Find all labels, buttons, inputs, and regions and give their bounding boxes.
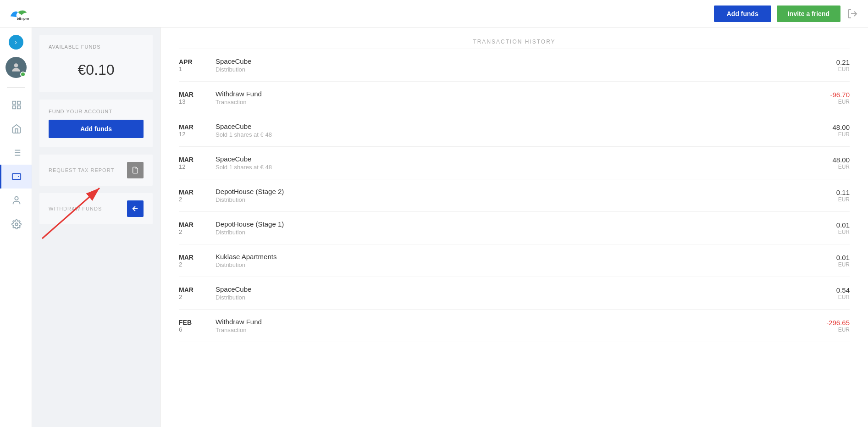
transaction-item: MAR 13 Withdraw Fund Transaction -96.70 … xyxy=(179,82,850,114)
transaction-item: MAR 2 DepotHouse (Stage 1) Distribution … xyxy=(179,212,850,244)
tx-amount: 0.21 EUR xyxy=(836,58,850,72)
tx-name: SpaceCube xyxy=(216,285,836,293)
header-actions: Add funds Invite a friend xyxy=(714,6,859,22)
tax-report-card: REQUEST TAX REPORT xyxy=(39,155,153,186)
tx-value: 0.54 xyxy=(836,286,850,294)
tx-amount: 0.01 EUR xyxy=(836,254,850,268)
right-panel: TRANSACTION HISTORY APR 1 SpaceCube Dist… xyxy=(160,28,868,427)
svg-point-14 xyxy=(15,197,18,200)
svg-rect-13 xyxy=(12,174,21,180)
tx-name: Withdraw Fund xyxy=(216,90,830,98)
transaction-item: MAR 2 SpaceCube Distribution 0.54 EUR xyxy=(179,277,850,310)
tx-amount: -96.70 EUR xyxy=(830,91,850,105)
sidebar-item-settings[interactable] xyxy=(0,212,32,236)
tx-value: -296.65 xyxy=(826,319,850,327)
tx-name: DepotHouse (Stage 1) xyxy=(216,220,836,228)
sidebar: › xyxy=(0,28,32,427)
transaction-item: APR 1 SpaceCube Distribution 0.21 EUR xyxy=(179,49,850,82)
tx-amount: 48.00 EUR xyxy=(832,123,850,138)
sidebar-item-home[interactable] xyxy=(0,117,32,141)
tx-date: MAR 12 xyxy=(179,123,216,138)
add-funds-panel-button[interactable]: Add funds xyxy=(49,120,144,138)
tx-info: SpaceCube Sold 1 shares at € 48 xyxy=(216,122,832,138)
tx-info: SpaceCube Distribution xyxy=(216,285,836,301)
tx-amount: 0.01 EUR xyxy=(836,221,850,235)
fund-account-label: FUND YOUR ACCOUNT xyxy=(49,109,144,114)
tx-name: SpaceCube xyxy=(216,57,836,65)
transaction-item: MAR 12 SpaceCube Sold 1 shares at € 48 4… xyxy=(179,114,850,147)
tx-date: MAR 2 xyxy=(179,254,216,268)
add-funds-button[interactable]: Add funds xyxy=(714,6,771,22)
tx-info: DepotHouse (Stage 1) Distribution xyxy=(216,220,836,236)
tx-amount: 0.11 EUR xyxy=(836,189,850,203)
tx-info: SpaceCube Sold 1 shares at € 48 xyxy=(216,155,832,171)
tx-date: MAR 2 xyxy=(179,189,216,203)
main-layout: › xyxy=(0,28,868,427)
svg-rect-4 xyxy=(17,101,20,104)
left-panel: AVAILABLE FUNDS €0.10 FUND YOUR ACCOUNT … xyxy=(32,28,160,427)
header: bitofproperty Add funds Invite a friend xyxy=(0,0,868,28)
transaction-item: MAR 2 Kuklase Apartments Distribution 0.… xyxy=(179,244,850,277)
tx-info: DepotHouse (Stage 2) Distribution xyxy=(216,188,836,203)
tx-currency: EUR xyxy=(832,131,850,138)
tax-report-button[interactable] xyxy=(127,162,144,178)
tx-info: Withdraw Fund Transaction xyxy=(216,90,830,105)
sidebar-toggle[interactable]: › xyxy=(9,35,23,50)
tx-sub: Sold 1 shares at € 48 xyxy=(216,164,832,171)
tx-info: Kuklase Apartments Distribution xyxy=(216,253,836,268)
sidebar-item-user[interactable] xyxy=(0,189,32,212)
tx-value: 0.01 xyxy=(836,254,850,261)
sidebar-item-dashboard[interactable] xyxy=(0,93,32,117)
tx-value: 0.11 xyxy=(836,189,850,196)
tx-value: 48.00 xyxy=(832,156,850,164)
tx-date: MAR 12 xyxy=(179,156,216,170)
tx-value: 48.00 xyxy=(832,123,850,131)
svg-rect-6 xyxy=(17,106,20,109)
invite-friend-button[interactable]: Invite a friend xyxy=(777,6,840,22)
available-funds-amount: €0.10 xyxy=(49,57,144,83)
tx-sub: Transaction xyxy=(216,327,826,333)
tx-value: 0.21 xyxy=(836,58,850,66)
tx-sub: Distribution xyxy=(216,261,836,268)
sidebar-divider xyxy=(7,87,25,88)
svg-rect-3 xyxy=(13,101,16,104)
transaction-list: APR 1 SpaceCube Distribution 0.21 EUR MA… xyxy=(179,49,850,342)
withdraw-funds-card: WITHDRAW FUNDS xyxy=(39,193,153,224)
tx-currency: EUR xyxy=(836,261,850,268)
tx-currency: EUR xyxy=(832,164,850,170)
logo: bitofproperty xyxy=(9,6,29,22)
tx-amount: -296.65 EUR xyxy=(826,319,850,333)
logout-icon[interactable] xyxy=(846,7,859,20)
withdraw-funds-label: WITHDRAW FUNDS xyxy=(49,206,102,211)
tx-currency: EUR xyxy=(836,66,850,72)
tx-sub: Transaction xyxy=(216,99,830,105)
avatar xyxy=(6,57,27,78)
sidebar-item-list[interactable] xyxy=(0,141,32,165)
avatar-status-badge xyxy=(20,72,26,77)
tx-currency: EUR xyxy=(826,327,850,333)
svg-rect-5 xyxy=(13,106,16,109)
sidebar-item-wallet[interactable] xyxy=(0,165,32,189)
tx-name: DepotHouse (Stage 2) xyxy=(216,188,836,195)
tx-name: Withdraw Fund xyxy=(216,318,826,326)
transaction-item: MAR 2 DepotHouse (Stage 2) Distribution … xyxy=(179,179,850,212)
tx-info: SpaceCube Distribution xyxy=(216,57,836,73)
tx-name: Kuklase Apartments xyxy=(216,253,836,261)
tx-date: MAR 2 xyxy=(179,286,216,300)
tax-report-label: REQUEST TAX REPORT xyxy=(49,167,114,173)
transaction-item: MAR 12 SpaceCube Sold 1 shares at € 48 4… xyxy=(179,147,850,179)
tx-currency: EUR xyxy=(836,196,850,203)
transaction-history-title: TRANSACTION HISTORY xyxy=(179,28,850,49)
svg-point-2 xyxy=(14,63,18,67)
tx-name: SpaceCube xyxy=(216,155,832,163)
svg-point-15 xyxy=(15,223,18,226)
withdraw-funds-button[interactable] xyxy=(127,200,144,217)
tx-sub: Distribution xyxy=(216,196,836,203)
tx-currency: EUR xyxy=(836,229,850,235)
svg-text:bitofproperty: bitofproperty xyxy=(17,16,30,20)
available-funds-label: AVAILABLE FUNDS xyxy=(49,44,144,50)
tx-sub: Distribution xyxy=(216,66,836,73)
tx-value: 0.01 xyxy=(836,221,850,229)
tx-date: MAR 13 xyxy=(179,91,216,105)
tx-value: -96.70 xyxy=(830,91,850,99)
